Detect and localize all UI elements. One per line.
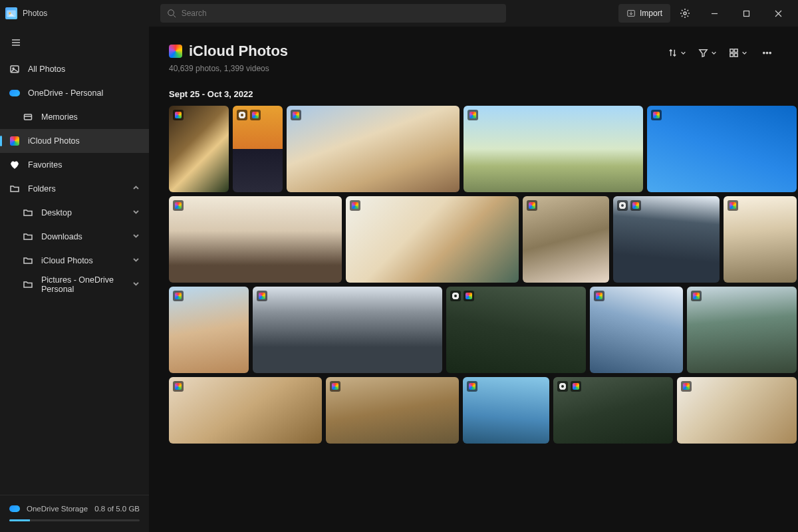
sidebar-item-label: All Photos bbox=[28, 65, 65, 74]
icloud-photos-icon bbox=[9, 136, 20, 146]
photo-tile[interactable] bbox=[169, 196, 342, 283]
sidebar-item-label: iCloud Photos bbox=[41, 256, 93, 265]
photo-tile[interactable] bbox=[463, 377, 549, 444]
import-label: Import bbox=[640, 9, 662, 18]
photo-tile[interactable] bbox=[326, 377, 459, 444]
photo-badge bbox=[173, 200, 184, 211]
svg-point-16 bbox=[240, 113, 244, 117]
app-icon bbox=[5, 7, 17, 19]
photo-tile[interactable] bbox=[724, 196, 797, 283]
minimize-icon bbox=[711, 10, 718, 17]
chevron-down-icon bbox=[711, 47, 717, 59]
nav-list: All Photos OneDrive - Personal Memories … bbox=[0, 55, 149, 495]
photo-tile[interactable] bbox=[169, 106, 229, 192]
svg-point-4 bbox=[684, 12, 686, 15]
svg-point-2 bbox=[168, 10, 174, 16]
titlebar-right: Import bbox=[618, 0, 793, 27]
photos-icon bbox=[9, 64, 20, 74]
sidebar-item-icloud-photos[interactable]: iCloud Photos bbox=[0, 129, 149, 153]
sidebar-item-onedrive[interactable]: OneDrive - Personal bbox=[0, 81, 149, 105]
photo-badge bbox=[173, 381, 184, 392]
more-icon bbox=[762, 48, 772, 58]
photo-tile[interactable] bbox=[233, 106, 283, 192]
folders-icon bbox=[9, 184, 20, 194]
date-range-header: Sept 25 - Oct 3, 2022 bbox=[169, 89, 778, 99]
folder-icon bbox=[23, 279, 33, 290]
photo-tile[interactable] bbox=[346, 196, 519, 283]
grid-icon bbox=[729, 48, 739, 58]
gallery-row bbox=[169, 377, 778, 444]
sidebar-item-label: Desktop bbox=[41, 208, 72, 217]
folder-icon bbox=[23, 207, 33, 218]
sidebar-item-all-photos[interactable]: All Photos bbox=[0, 57, 149, 81]
page-subtitle: 40,639 photos, 1,399 videos bbox=[169, 64, 288, 73]
hamburger-icon bbox=[11, 37, 21, 48]
photo-tile[interactable] bbox=[169, 287, 249, 373]
chevron-down-icon bbox=[132, 280, 140, 289]
chevron-down-icon bbox=[132, 256, 140, 265]
photo-tile[interactable] bbox=[687, 287, 797, 373]
sidebar-item-pictures-onedrive[interactable]: Pictures - OneDrive Personal bbox=[0, 273, 149, 297]
svg-point-15 bbox=[769, 52, 771, 53]
photo-badge bbox=[691, 291, 702, 301]
photo-tile[interactable] bbox=[446, 287, 586, 373]
sidebar-item-favorites[interactable]: Favorites bbox=[0, 153, 149, 177]
photo-tile[interactable] bbox=[523, 196, 609, 283]
photo-badge bbox=[330, 381, 340, 392]
sidebar-item-icloud-folder[interactable]: iCloud Photos bbox=[0, 249, 149, 273]
storage-panel: OneDrive Storage 0.8 of 5.0 GB bbox=[0, 495, 149, 532]
main-header: iCloud Photos 40,639 photos, 1,399 video… bbox=[169, 43, 778, 73]
photo-badge bbox=[237, 110, 261, 120]
search-input[interactable] bbox=[182, 9, 499, 18]
photo-tile[interactable] bbox=[169, 377, 322, 444]
icloud-photos-icon bbox=[169, 45, 182, 58]
filter-icon bbox=[698, 48, 708, 58]
page-title: iCloud Photos bbox=[189, 43, 288, 60]
sidebar-item-desktop[interactable]: Desktop bbox=[0, 201, 149, 225]
photo-tile[interactable] bbox=[253, 287, 442, 373]
import-button[interactable]: Import bbox=[618, 4, 670, 23]
photo-tile[interactable] bbox=[647, 106, 797, 192]
search-container bbox=[47, 4, 618, 23]
sidebar-item-folders[interactable]: Folders bbox=[0, 177, 149, 201]
sidebar-item-downloads[interactable]: Downloads bbox=[0, 225, 149, 249]
view-button[interactable] bbox=[725, 43, 751, 63]
photo-badge bbox=[450, 291, 474, 301]
sidebar-item-label: Folders bbox=[28, 184, 56, 194]
photo-tile[interactable] bbox=[553, 377, 673, 444]
search-box[interactable] bbox=[160, 4, 506, 23]
close-button[interactable] bbox=[763, 0, 793, 27]
photo-tile[interactable] bbox=[464, 106, 643, 192]
filter-button[interactable] bbox=[694, 43, 721, 63]
photo-tile[interactable] bbox=[590, 287, 683, 373]
settings-button[interactable] bbox=[673, 4, 697, 23]
chevron-down-icon bbox=[741, 47, 747, 59]
photo-tile[interactable] bbox=[287, 106, 460, 192]
sidebar-item-label: Favorites bbox=[28, 160, 62, 170]
photo-tile[interactable] bbox=[613, 196, 720, 283]
sidebar-item-label: Memories bbox=[41, 112, 78, 122]
photo-tile[interactable] bbox=[677, 377, 797, 444]
svg-rect-12 bbox=[734, 53, 737, 57]
folder-icon bbox=[23, 255, 33, 266]
svg-rect-8 bbox=[25, 114, 32, 120]
sidebar: All Photos OneDrive - Personal Memories … bbox=[0, 27, 149, 532]
gallery-row bbox=[169, 287, 778, 373]
gallery-row bbox=[169, 106, 778, 192]
import-icon bbox=[626, 9, 636, 18]
photo-gallery bbox=[169, 106, 778, 444]
storage-value: 0.8 of 5.0 GB bbox=[94, 505, 140, 513]
photo-badge bbox=[467, 381, 477, 392]
toolbar bbox=[664, 43, 778, 63]
photo-badge bbox=[173, 110, 184, 120]
sidebar-item-memories[interactable]: Memories bbox=[0, 105, 149, 129]
sort-button[interactable] bbox=[664, 43, 690, 63]
maximize-button[interactable] bbox=[732, 0, 761, 27]
hamburger-button[interactable] bbox=[3, 31, 29, 55]
svg-point-22 bbox=[561, 384, 565, 388]
titlebar-left: Photos bbox=[5, 7, 47, 19]
storage-bar bbox=[9, 519, 140, 521]
minimize-button[interactable] bbox=[700, 0, 729, 27]
sort-icon bbox=[668, 48, 678, 58]
more-button[interactable] bbox=[755, 43, 778, 63]
